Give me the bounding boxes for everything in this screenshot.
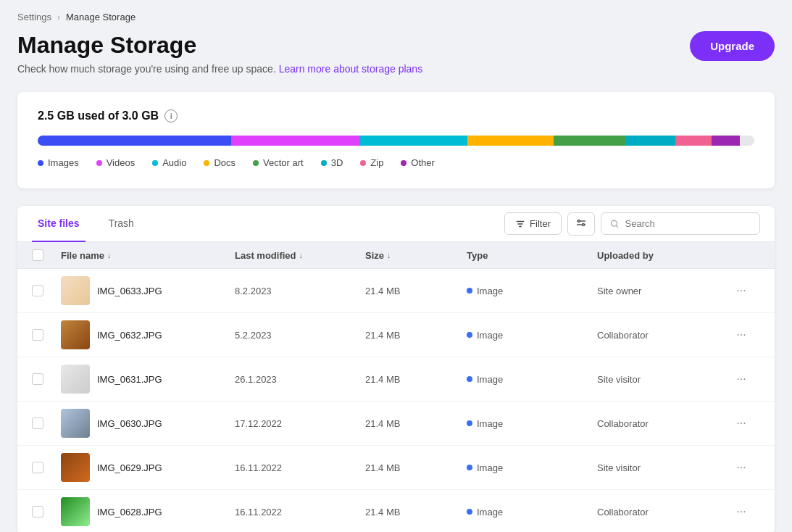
svg-point-4	[578, 220, 580, 222]
legend-dot	[152, 160, 158, 166]
more-options-button[interactable]: ···	[731, 369, 751, 389]
col-modified[interactable]: Last modified ↓	[235, 250, 365, 261]
file-name: IMG_0631.JPG	[97, 374, 162, 385]
row-checkbox-cell	[32, 373, 61, 385]
legend-item-docs: Docs	[204, 157, 235, 168]
search-icon	[610, 219, 620, 229]
legend-label: Docs	[214, 157, 235, 168]
file-size: 21.4 MB	[365, 286, 467, 296]
sort-arrow-size: ↓	[387, 251, 391, 259]
file-type: Image	[467, 507, 597, 518]
col-filename[interactable]: File name ↓	[61, 250, 235, 261]
tab-trash[interactable]: Trash	[103, 206, 140, 242]
bar-segment-zip	[675, 136, 711, 146]
search-input[interactable]	[625, 218, 751, 229]
file-date: 5.2.2023	[235, 330, 365, 341]
type-label: Image	[477, 286, 503, 296]
file-size: 21.4 MB	[365, 330, 467, 341]
file-cell: IMG_0633.JPG	[61, 276, 235, 305]
file-name: IMG_0632.JPG	[97, 330, 162, 341]
page-subtitle: Check how much storage you're using and …	[17, 63, 422, 75]
file-thumbnail	[61, 276, 90, 305]
more-options-button[interactable]: ···	[731, 280, 751, 301]
page-title: Manage Storage	[17, 31, 422, 59]
info-icon[interactable]: i	[164, 109, 178, 122]
more-options-button[interactable]: ···	[731, 457, 751, 478]
legend-item-other: Other	[401, 157, 435, 168]
select-all-checkbox[interactable]	[32, 249, 43, 261]
tabs-container: Site filesTrash	[32, 206, 157, 241]
file-type: Image	[467, 330, 597, 341]
more-options-button[interactable]: ···	[731, 502, 751, 522]
file-name: IMG_0633.JPG	[97, 286, 162, 296]
col-size[interactable]: Size ↓	[365, 250, 467, 261]
file-cell: IMG_0629.JPG	[61, 453, 235, 482]
bar-segment-audio	[360, 136, 467, 146]
storage-bar	[38, 136, 754, 146]
table-row: IMG_0633.JPG 8.2.2023 21.4 MB Image Site…	[17, 269, 775, 313]
breadcrumb-current: Manage Storage	[66, 12, 136, 22]
row-checkbox[interactable]	[32, 462, 43, 473]
file-size: 21.4 MB	[365, 507, 467, 518]
file-size: 21.4 MB	[365, 462, 467, 473]
legend-item-audio: Audio	[152, 157, 186, 168]
file-size: 21.4 MB	[365, 374, 467, 385]
files-card: Site filesTrash Filter	[17, 206, 775, 532]
legend-dot	[401, 160, 407, 166]
table-row: IMG_0631.JPG 26.1.2023 21.4 MB Image Sit…	[17, 357, 775, 402]
file-type: Image	[467, 286, 597, 296]
legend-label: Videos	[107, 157, 136, 168]
storage-legend: Images Videos Audio Docs Vector art 3D Z…	[38, 157, 754, 168]
svg-point-7	[612, 220, 617, 226]
file-type: Image	[467, 462, 597, 473]
tab-site-files[interactable]: Site files	[32, 206, 86, 242]
header-checkbox-cell	[32, 249, 61, 261]
row-checkbox-cell	[32, 285, 61, 296]
type-dot	[467, 509, 472, 515]
storage-card: 2.5 GB used of 3.0 GB i Images Videos Au…	[17, 92, 775, 188]
col-type: Type	[467, 250, 597, 261]
file-type: Image	[467, 418, 597, 429]
type-label: Image	[477, 462, 503, 473]
breadcrumb-parent[interactable]: Settings	[17, 12, 51, 22]
file-thumbnail	[61, 497, 90, 526]
row-checkbox-cell	[32, 417, 61, 429]
row-checkbox[interactable]	[32, 417, 43, 429]
legend-dot	[96, 160, 102, 166]
file-uploader: Site visitor	[597, 374, 731, 385]
filter-button[interactable]: Filter	[504, 212, 562, 235]
type-label: Image	[477, 507, 503, 518]
row-checkbox[interactable]	[32, 285, 43, 296]
table-row: IMG_0629.JPG 16.11.2022 21.4 MB Image Si…	[17, 446, 775, 490]
page-header: Manage Storage Check how much storage yo…	[17, 31, 775, 75]
legend-label: Vector art	[263, 157, 304, 168]
table-row: IMG_0630.JPG 17.12.2022 21.4 MB Image Co…	[17, 402, 775, 446]
file-type: Image	[467, 374, 597, 385]
svg-point-6	[583, 223, 585, 225]
file-cell: IMG_0631.JPG	[61, 365, 235, 394]
type-dot	[467, 332, 472, 338]
learn-more-link[interactable]: Learn more about storage plans	[279, 63, 422, 75]
row-checkbox[interactable]	[32, 329, 43, 341]
type-label: Image	[477, 330, 503, 341]
bar-segment-other	[712, 136, 741, 146]
more-options-button[interactable]: ···	[731, 413, 751, 433]
upgrade-button[interactable]: Upgrade	[690, 31, 775, 61]
row-checkbox[interactable]	[32, 373, 43, 385]
type-dot	[467, 420, 472, 426]
search-box[interactable]	[601, 212, 760, 235]
sliders-button[interactable]	[567, 212, 595, 236]
type-dot	[467, 465, 472, 470]
table-body: IMG_0633.JPG 8.2.2023 21.4 MB Image Site…	[17, 269, 775, 532]
file-cell: IMG_0630.JPG	[61, 409, 235, 438]
sliders-icon	[575, 218, 587, 230]
file-uploader: Collaborator	[597, 507, 731, 518]
file-thumbnail	[61, 409, 90, 438]
legend-label: 3D	[331, 157, 343, 168]
bar-segment-3d	[625, 136, 675, 146]
file-name: IMG_0629.JPG	[97, 462, 162, 473]
row-checkbox[interactable]	[32, 506, 43, 518]
legend-dot	[253, 160, 259, 166]
more-options-button[interactable]: ···	[731, 325, 751, 345]
tabs-toolbar: Site filesTrash Filter	[17, 206, 775, 242]
